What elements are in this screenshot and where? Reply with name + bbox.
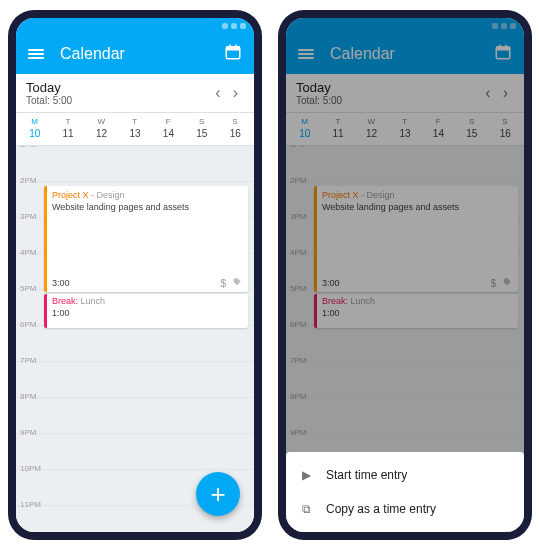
total-label: Total: 5:00 [26,95,209,106]
hour-label: 9PM [20,428,36,437]
copy-time-entry-button[interactable]: ⧉ Copy as a time entry [286,492,524,526]
hour-label: 2PM [20,176,36,185]
bottom-sheet: ▶ Start time entry ⧉ Copy as a time entr… [286,452,524,532]
hour-label: 6PM [20,320,36,329]
event-description: Website landing pages and assets [52,202,242,212]
phone-left: Calendar Today Total: 5:00 ‹ › M10 T11 W… [8,10,262,540]
hour-label: 11PM [20,500,41,509]
next-day-button[interactable]: › [227,84,244,102]
day-fri[interactable]: F14 [152,117,185,139]
menu-icon[interactable] [28,47,44,61]
status-bar [16,18,254,34]
copy-icon: ⧉ [302,502,326,516]
event-task: - Design [89,190,125,200]
day-mon[interactable]: M10 [18,117,51,139]
day-sat[interactable]: S15 [185,117,218,139]
play-icon: ▶ [302,468,326,482]
day-wed[interactable]: W12 [85,117,118,139]
event-project-x[interactable]: Project X - Design Website landing pages… [44,186,248,292]
day-tue[interactable]: T11 [51,117,84,139]
svg-rect-1 [226,47,240,51]
sheet-item-label: Copy as a time entry [326,502,436,516]
sheet-item-label: Start time entry [326,468,407,482]
event-project: Project X [52,190,89,200]
billable-icon: $ [220,278,226,289]
event-break[interactable]: Break: Lunch 1:00 [44,294,248,328]
svg-rect-3 [235,45,237,48]
app-bar: Calendar [16,34,254,74]
screen-right: Calendar Today Total: 5:00 ‹ › M10 T11 W… [286,18,524,532]
hour-label: 8PM [20,392,36,401]
event-duration: 1:00 [52,308,242,318]
event-project: Break: [52,296,78,306]
screen-left: Calendar Today Total: 5:00 ‹ › M10 T11 W… [16,18,254,532]
prev-day-button[interactable]: ‹ [209,84,226,102]
hour-label: 1PM [20,146,36,149]
start-time-entry-button[interactable]: ▶ Start time entry [286,458,524,492]
hour-label: 3PM [20,212,36,221]
phone-right: Calendar Today Total: 5:00 ‹ › M10 T11 W… [278,10,532,540]
calendar-icon[interactable] [224,43,242,65]
week-row: M10 T11 W12 T13 F14 S15 S16 [16,113,254,146]
hour-label: 4PM [20,248,36,257]
app-title: Calendar [60,45,224,63]
hour-label: 5PM [20,284,36,293]
event-task: Lunch [78,296,105,306]
hour-label: 10PM [20,464,41,473]
hour-label: 7PM [20,356,36,365]
event-duration: 3:00 [52,278,220,288]
tag-icon [232,277,242,289]
fab-add[interactable]: + [196,472,240,516]
day-thu[interactable]: T13 [118,117,151,139]
date-title: Today [26,80,209,95]
svg-rect-2 [229,45,231,48]
day-sun[interactable]: S16 [219,117,252,139]
date-header: Today Total: 5:00 ‹ › [16,74,254,113]
